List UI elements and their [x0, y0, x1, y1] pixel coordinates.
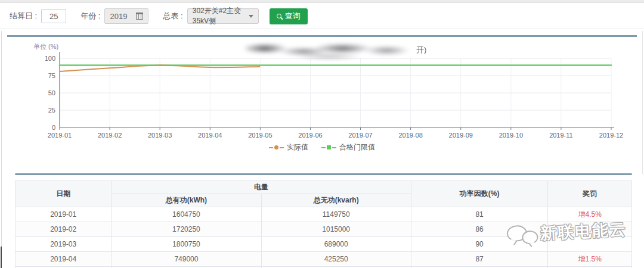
query-button[interactable]: 查询 — [270, 8, 308, 24]
col-header-energy-group: 电量 — [112, 181, 411, 194]
svg-text:2019-09: 2019-09 — [449, 132, 473, 139]
svg-text:2019-07: 2019-07 — [348, 132, 372, 139]
settlement-day-input[interactable] — [41, 9, 66, 23]
y-axis-unit-label: 单位 (%) — [33, 42, 58, 51]
table-row: 2019-03180075068900090 — [16, 237, 632, 252]
meter-select-value: 302开关#2主变35kV侧 — [193, 6, 246, 26]
cell-date: 2019-04 — [16, 252, 112, 267]
legend-item-actual[interactable]: 实际值 — [269, 142, 308, 152]
meter-label: 总表 : — [163, 11, 182, 21]
table-header: 日期 电量 功率因数(%) 奖罚 总有功(kWh) 总无功(kvarh) — [16, 181, 632, 207]
svg-text:2019-10: 2019-10 — [499, 132, 523, 139]
cell-penalty: 增2.0% — [548, 222, 632, 237]
table-row: 2019-021720250101500086增2.0% — [16, 222, 632, 237]
svg-text:100: 100 — [45, 55, 55, 62]
svg-text:2019-05: 2019-05 — [248, 132, 272, 139]
table-row: 2019-011604750114975081增4.5% — [16, 207, 632, 222]
legend-label: 实际值 — [287, 142, 308, 152]
cell-penalty — [548, 237, 632, 252]
cell-active-energy: 1800750 — [112, 237, 261, 252]
calendar-icon — [136, 13, 143, 20]
chart-legend: 实际值 合格门限值 — [7, 142, 637, 152]
settlement-day-label: 结算日 : — [10, 11, 37, 21]
browser-edge-strip — [0, 0, 644, 3]
cell-power-factor: 87 — [411, 252, 548, 267]
year-value: 2019 — [110, 12, 127, 21]
chart-title-fragment: 开) — [416, 45, 426, 55]
svg-text:2019-03: 2019-03 — [148, 132, 172, 139]
cell-date: 2019-01 — [16, 207, 112, 222]
meter-select[interactable]: 302开关#2主变35kV侧 — [187, 8, 259, 24]
query-toolbar: 结算日 : 年份 : 2019 总表 : 302开关#2主变35kV侧 查询 — [0, 4, 644, 28]
legend-item-threshold[interactable]: 合格门限值 — [321, 142, 375, 152]
cell-reactive-energy: 689000 — [261, 237, 411, 252]
cell-reactive-energy: 1149750 — [261, 207, 411, 222]
search-icon — [277, 14, 281, 18]
query-button-label: 查询 — [285, 11, 301, 21]
cell-active-energy: 749000 — [112, 252, 261, 267]
chevron-down-icon — [249, 15, 253, 18]
energy-table: 日期 电量 功率因数(%) 奖罚 总有功(kWh) 总无功(kvarh) 201… — [15, 180, 632, 268]
col-header-active-energy: 总有功(kWh) — [112, 194, 261, 207]
line-square-marker-icon — [321, 145, 336, 149]
cell-penalty: 增1.5% — [548, 252, 632, 267]
cell-active-energy: 1604750 — [112, 207, 261, 222]
year-picker[interactable]: 2019 — [104, 8, 148, 24]
cell-penalty: 增4.5% — [548, 207, 632, 222]
col-header-date: 日期 — [16, 181, 112, 207]
line-dot-marker-icon — [269, 145, 284, 149]
toolbar-divider — [0, 29, 644, 29]
cell-power-factor: 81 — [411, 207, 548, 222]
col-header-penalty: 奖罚 — [548, 181, 632, 207]
table-accent-bar — [15, 173, 632, 175]
svg-text:0: 0 — [52, 124, 55, 131]
svg-text:2019-12: 2019-12 — [599, 132, 623, 139]
svg-text:50: 50 — [48, 89, 55, 96]
power-factor-chart-panel: 02550751002019-012019-022019-032019-0420… — [7, 35, 637, 171]
year-label: 年份 : — [80, 11, 100, 21]
svg-text:2019-01: 2019-01 — [48, 132, 72, 139]
page-left-edge-dark — [1, 247, 2, 268]
legend-label: 合格门限值 — [339, 142, 375, 152]
col-header-power-factor: 功率因数(%) — [411, 181, 548, 207]
table-row: 2019-0474900042525087增1.5% — [16, 252, 632, 267]
cell-power-factor: 90 — [411, 237, 548, 252]
svg-text:2019-02: 2019-02 — [98, 132, 122, 139]
svg-text:2019-04: 2019-04 — [198, 132, 222, 139]
cell-date: 2019-02 — [16, 222, 112, 237]
page-right-edge — [642, 31, 643, 174]
cell-power-factor: 86 — [411, 222, 548, 237]
svg-text:2019-11: 2019-11 — [549, 132, 573, 139]
svg-text:75: 75 — [48, 72, 55, 79]
cell-active-energy: 1720250 — [112, 222, 261, 237]
cell-date: 2019-03 — [16, 237, 112, 252]
col-header-reactive-energy: 总无功(kvarh) — [261, 194, 411, 207]
energy-table-panel: 日期 电量 功率因数(%) 奖罚 总有功(kWh) 总无功(kvarh) 201… — [15, 173, 632, 268]
svg-text:2019-06: 2019-06 — [298, 132, 322, 139]
svg-text:2019-08: 2019-08 — [398, 132, 422, 139]
cell-reactive-energy: 425250 — [261, 252, 411, 267]
cell-reactive-energy: 1015000 — [261, 222, 411, 237]
page-left-edge — [1, 31, 2, 268]
svg-text:25: 25 — [48, 107, 55, 114]
